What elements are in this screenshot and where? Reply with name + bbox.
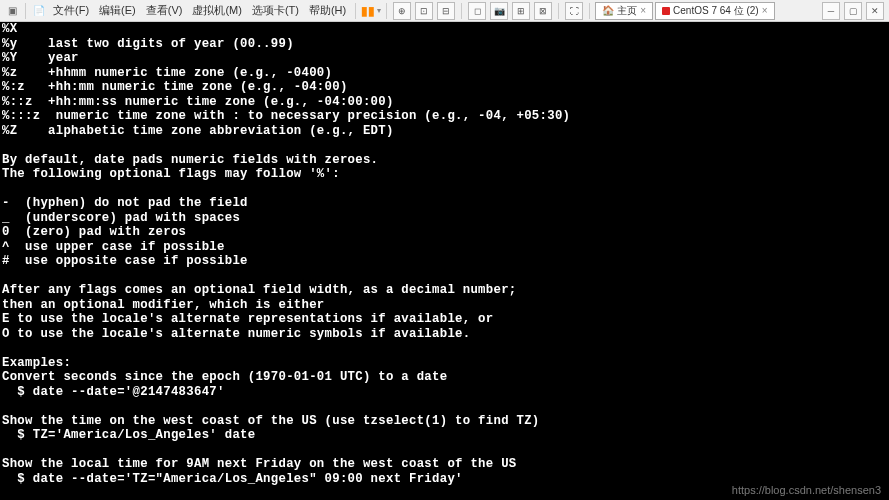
vm-status-icon xyxy=(662,7,670,15)
terminal-line: %y last two digits of year (00..99) xyxy=(2,37,887,52)
terminal-line xyxy=(2,399,887,414)
toolbar-btn[interactable]: ⊕ xyxy=(393,2,411,20)
toolbar-btn[interactable]: ⊠ xyxy=(534,2,552,20)
close-icon[interactable]: × xyxy=(762,5,768,16)
fullscreen-icon[interactable]: ⛶ xyxy=(565,2,583,20)
terminal-line xyxy=(2,138,887,153)
terminal-line: By default, date pads numeric fields wit… xyxy=(2,153,887,168)
toolbar-btn[interactable]: ⊟ xyxy=(437,2,455,20)
toolbar-btn[interactable]: ⊞ xyxy=(512,2,530,20)
menu-edit[interactable]: 编辑(E) xyxy=(95,3,140,18)
terminal-line: Show the local time for 9AM next Friday … xyxy=(2,457,887,472)
terminal-line: O to use the locale's alternate numeric … xyxy=(2,327,887,342)
tab-home[interactable]: 🏠 主页 × xyxy=(595,2,653,20)
close-window-icon[interactable]: ✕ xyxy=(866,2,884,20)
menu-file[interactable]: 文件(F) xyxy=(49,3,93,18)
terminal-line: then an optional modifier, which is eith… xyxy=(2,298,887,313)
terminal-line: %X xyxy=(2,22,887,37)
watermark: https://blog.csdn.net/shensen3 xyxy=(732,484,881,496)
terminal-line: E to use the locale's alternate represen… xyxy=(2,312,887,327)
terminal-line: After any flags comes an optional field … xyxy=(2,283,887,298)
terminal-line: %Z alphabetic time zone abbreviation (e.… xyxy=(2,124,887,139)
menu-tabs[interactable]: 选项卡(T) xyxy=(248,3,303,18)
menu-view[interactable]: 查看(V) xyxy=(142,3,187,18)
terminal-line: _ (underscore) pad with spaces xyxy=(2,211,887,226)
maximize-icon[interactable]: ▢ xyxy=(844,2,862,20)
terminal-line: %:z +hh:mm numeric time zone (e.g., -04:… xyxy=(2,80,887,95)
toolbar-btn[interactable]: ◻ xyxy=(468,2,486,20)
terminal-line xyxy=(2,269,887,284)
vm-toolbar: ▣ 📄 文件(F) 编辑(E) 查看(V) 虚拟机(M) 选项卡(T) 帮助(H… xyxy=(0,0,889,22)
home-icon: 🏠 xyxy=(602,5,614,16)
separator xyxy=(461,3,462,19)
terminal-line: Show the time on the west coast of the U… xyxy=(2,414,887,429)
dropdown-icon[interactable]: ▾ xyxy=(377,6,381,15)
terminal-line xyxy=(2,182,887,197)
terminal-line: # use opposite case if possible xyxy=(2,254,887,269)
separator xyxy=(558,3,559,19)
terminal-line: ^ use upper case if possible xyxy=(2,240,887,255)
snapshot-icon[interactable]: 📷 xyxy=(490,2,508,20)
terminal-line xyxy=(2,443,887,458)
tab-vm[interactable]: CentOS 7 64 位 (2) × xyxy=(655,2,774,20)
terminal-line: %::z +hh:mm:ss numeric time zone (e.g., … xyxy=(2,95,887,110)
terminal-line: Examples: xyxy=(2,356,887,371)
minimize-icon[interactable]: ─ xyxy=(822,2,840,20)
terminal-line: %z +hhmm numeric time zone (e.g., -0400) xyxy=(2,66,887,81)
separator xyxy=(355,3,356,19)
menu-help[interactable]: 帮助(H) xyxy=(305,3,350,18)
toolbar-btn[interactable]: ⊡ xyxy=(415,2,433,20)
terminal-line xyxy=(2,341,887,356)
menu-vm[interactable]: 虚拟机(M) xyxy=(188,3,246,18)
separator xyxy=(386,3,387,19)
separator xyxy=(25,3,26,19)
close-icon[interactable]: × xyxy=(640,5,646,16)
terminal-line: 0 (zero) pad with zeros xyxy=(2,225,887,240)
book-icon[interactable]: 📄 xyxy=(31,3,47,19)
terminal-output[interactable]: %X%y last two digits of year (00..99)%Y … xyxy=(0,22,889,500)
tab-label: 主页 xyxy=(617,4,637,18)
terminal-line: %:::z numeric time zone with : to necess… xyxy=(2,109,887,124)
terminal-line: $ date --date='@2147483647' xyxy=(2,385,887,400)
terminal-line: Convert seconds since the epoch (1970-01… xyxy=(2,370,887,385)
tab-label: CentOS 7 64 位 (2) xyxy=(673,4,759,18)
terminal-line: - (hyphen) do not pad the field xyxy=(2,196,887,211)
app-icon: ▣ xyxy=(4,3,20,19)
terminal-line: The following optional flags may follow … xyxy=(2,167,887,182)
pause-icon[interactable]: ▮▮ xyxy=(361,4,375,18)
separator xyxy=(589,3,590,19)
terminal-line: $ TZ='America/Los_Angeles' date xyxy=(2,428,887,443)
terminal-line: %Y year xyxy=(2,51,887,66)
